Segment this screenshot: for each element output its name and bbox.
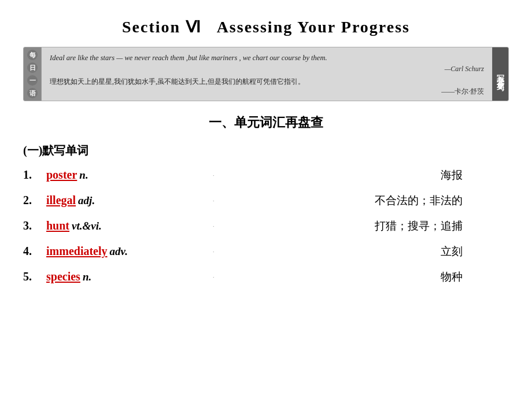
word-pos-4: adv. <box>110 245 128 258</box>
tab-char-4: 语 <box>27 88 38 98</box>
word-dot-1: · <box>213 172 215 179</box>
title-section: Section Ⅵ Assessing Your Progress <box>23 12 509 36</box>
tab-char-2: 日 <box>27 62 38 73</box>
word-english-5: species <box>46 270 80 283</box>
page: Section Ⅵ Assessing Your Progress 每 日 一 … <box>0 0 532 399</box>
word-number-1: 1. <box>23 168 46 182</box>
quote-chinese: 理想犹如天上的星星,我们犹如水手,虽不能达到天上,但是我们的航程可凭借它指引。 <box>50 76 484 87</box>
quote-banner: 每 日 一 语 Ideal are like the stars — we ne… <box>23 47 509 101</box>
word-left-4: 4. immediately adv. <box>23 245 208 258</box>
word-english-4: immediately <box>46 245 108 258</box>
quote-english: Ideal are like the stars — we never reac… <box>50 52 484 64</box>
word-list: 1. poster n. · 海报 2. illegal adj. · 不合法的… <box>23 168 509 285</box>
list-item: 1. poster n. · 海报 <box>23 168 509 183</box>
tab-char-1: 每 <box>27 50 38 60</box>
list-item: 2. illegal adj. · 不合法的；非法的 <box>23 193 509 208</box>
word-number-3: 3. <box>23 219 46 232</box>
word-chinese-5: 物种 <box>441 269 463 285</box>
word-chinese-1: 海报 <box>441 168 463 183</box>
title-text: Assessing Your Progress <box>217 18 410 36</box>
word-english-1: poster <box>46 168 77 182</box>
section-heading: 一、单元词汇再盘查 <box>23 114 509 131</box>
word-pos-3: vt.&vi. <box>72 220 102 232</box>
quote-right-label: 写亮背金文句 <box>492 47 508 101</box>
word-pos-2: adj. <box>78 194 95 207</box>
list-item: 5. species n. · 物种 <box>23 269 509 285</box>
quote-author-en: —Carl Schurz <box>50 65 484 73</box>
quote-tabs: 每 日 一 语 <box>24 47 42 101</box>
word-dot-3: · <box>213 223 215 230</box>
word-pos-1: n. <box>79 169 88 182</box>
word-dot-5: · <box>213 274 215 280</box>
list-item: 4. immediately adv. · 立刻 <box>23 244 509 259</box>
word-left-1: 1. poster n. <box>23 168 208 182</box>
word-number-4: 4. <box>23 245 46 258</box>
list-item: 3. hunt vt.&vi. · 打猎；搜寻；追捕 <box>23 219 509 234</box>
word-dot-2: · <box>213 198 215 204</box>
word-english-2: illegal <box>46 194 76 207</box>
word-english-3: hunt <box>46 219 69 232</box>
quote-author-cn: ——卡尔·舒茨 <box>50 87 484 96</box>
page-title: Section Ⅵ Assessing Your Progress <box>23 17 509 36</box>
word-pos-5: n. <box>83 271 91 283</box>
word-left-3: 3. hunt vt.&vi. <box>23 219 208 232</box>
word-left-5: 5. species n. <box>23 270 208 283</box>
word-chinese-3: 打猎；搜寻；追捕 <box>375 219 463 234</box>
word-chinese-2: 不合法的；非法的 <box>375 193 463 208</box>
word-number-2: 2. <box>23 194 46 207</box>
word-chinese-4: 立刻 <box>441 244 463 259</box>
word-number-5: 5. <box>23 270 46 283</box>
tab-char-3: 一 <box>27 75 38 86</box>
title-roman: Ⅵ <box>186 18 202 36</box>
sub-heading: (一)默写单词 <box>23 143 509 158</box>
word-dot-4: · <box>213 249 215 255</box>
word-left-2: 2. illegal adj. <box>23 194 208 207</box>
title-section-label: Section <box>122 18 180 36</box>
quote-content: Ideal are like the stars — we never reac… <box>42 47 492 101</box>
